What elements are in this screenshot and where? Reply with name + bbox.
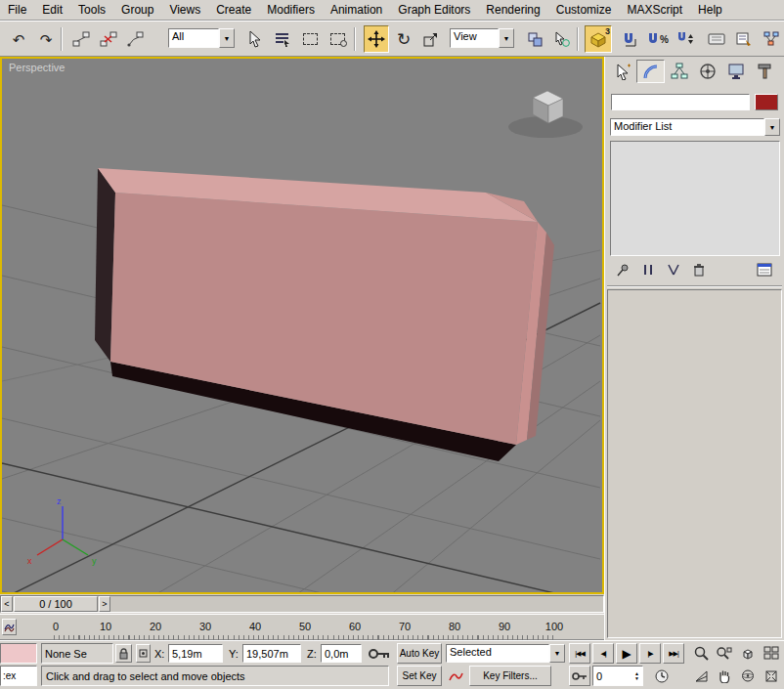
current-frame-field[interactable]: 0 ▲ ▼ (592, 666, 643, 686)
track-bar[interactable]: 0102030405060708090100 (0, 614, 604, 640)
select-by-name-button[interactable] (270, 25, 295, 53)
zoom-button[interactable] (690, 643, 712, 664)
object-color-swatch[interactable] (755, 94, 778, 110)
zoom-extents-button[interactable] (737, 643, 759, 664)
pan-view-button[interactable] (714, 666, 735, 686)
select-and-move-button[interactable] (364, 25, 389, 53)
menu-item-animation[interactable]: Animation (323, 0, 390, 21)
time-configuration-button[interactable] (651, 666, 673, 686)
play-animation-button[interactable]: ▶ (616, 643, 637, 664)
modifier-stack-list[interactable] (610, 141, 780, 256)
time-slider-prev-button[interactable]: < (1, 596, 13, 612)
auto-key-button[interactable]: Auto Key (397, 643, 442, 664)
window-crossing-button[interactable] (325, 25, 350, 53)
perspective-viewport[interactable]: z x y Perspective (0, 57, 604, 594)
chamferbox-object[interactable] (95, 168, 554, 461)
schematic-view-button[interactable] (759, 25, 784, 53)
undo-button[interactable]: ↶ (6, 25, 31, 53)
percent-snap-button[interactable]: % (645, 25, 671, 53)
menu-item-modifiers[interactable]: Modifiers (259, 0, 323, 21)
pin-stack-button[interactable] (612, 260, 633, 280)
viewcube[interactable] (508, 91, 583, 138)
arc-rotate-button[interactable] (737, 666, 759, 686)
keyboard-override-button[interactable] (704, 25, 729, 53)
select-and-scale-button[interactable] (418, 25, 444, 53)
animate-mode-combo[interactable]: Selected ▼ (446, 644, 565, 663)
set-key-button[interactable]: Set Key (397, 666, 442, 686)
goto-end-icon: ▶▶| (669, 650, 678, 658)
key-icon (368, 647, 391, 661)
unlink-selection-button[interactable] (96, 25, 121, 53)
menu-item-customize[interactable]: Customize (548, 0, 620, 21)
menu-item-maxscript[interactable]: MAXScript (619, 0, 690, 21)
time-slider-handle[interactable]: 0 / 100 (14, 596, 98, 612)
menu-item-tools[interactable]: Tools (70, 0, 113, 21)
select-object-button[interactable] (242, 25, 268, 53)
object-name-field[interactable] (611, 94, 750, 110)
mini-listener-pane[interactable]: :ex (0, 666, 37, 686)
tab-modify[interactable] (636, 60, 665, 83)
menu-item-rendering[interactable]: Rendering (478, 0, 547, 21)
selection-lock-button[interactable] (115, 644, 132, 663)
tab-create[interactable] (608, 60, 636, 83)
remove-modifier-button[interactable] (688, 260, 710, 280)
x-coord-field[interactable]: 5,19m (168, 644, 223, 663)
make-unique-button[interactable] (663, 260, 684, 280)
snaps-toggle-button[interactable]: 3 (585, 25, 612, 53)
menu-item-help[interactable]: Help (690, 0, 730, 21)
previous-frame-button[interactable]: ◀| (592, 643, 614, 664)
animate-mode-dropdown-icon[interactable]: ▼ (549, 644, 565, 663)
z-coord-field[interactable]: 0,0m (321, 644, 362, 663)
tab-motion[interactable] (693, 60, 721, 83)
goto-end-button[interactable]: ▶▶| (663, 643, 684, 664)
selection-filter-combo[interactable]: All ▼ (168, 28, 235, 48)
edit-named-selections-button[interactable] (731, 25, 757, 53)
select-and-link-button[interactable] (68, 25, 94, 53)
select-and-rotate-button[interactable]: ↻ (391, 25, 416, 53)
modifier-list-combo[interactable]: Modifier List ▼ (610, 118, 780, 136)
selection-filter-dropdown-icon[interactable]: ▼ (219, 28, 235, 48)
zoom-all-button[interactable] (714, 643, 735, 664)
menu-item-create[interactable]: Create (208, 0, 259, 21)
key-filters-button[interactable]: Key Filters... (469, 666, 551, 686)
menu-item-group[interactable]: Group (113, 0, 161, 21)
absolute-offset-toggle-button[interactable] (136, 644, 151, 663)
frame-spinner[interactable]: ▲ ▼ (634, 671, 639, 681)
new-key-filter-curve-button[interactable] (446, 666, 465, 686)
select-and-manipulate-button[interactable] (549, 25, 575, 53)
rollout-area[interactable] (607, 289, 782, 638)
rectangular-selection-region-button[interactable] (297, 25, 323, 53)
spinner-snap-button[interactable] (673, 25, 698, 53)
tab-utilities[interactable] (750, 60, 778, 83)
spinner-down-icon[interactable]: ▼ (634, 676, 639, 681)
zoom-extents-all-button[interactable] (761, 643, 782, 664)
menu-item-graph-editors[interactable]: Graph Editors (390, 0, 478, 21)
modifier-list-dropdown-icon[interactable]: ▼ (764, 118, 780, 136)
reference-coordsys-dropdown-icon[interactable]: ▼ (499, 28, 514, 48)
field-of-view-button[interactable] (690, 666, 712, 686)
viewport-canvas[interactable]: z x y (2, 59, 602, 592)
ruler-tick: 100 (545, 621, 563, 632)
next-frame-button[interactable]: |▶ (639, 643, 661, 664)
angle-snap-button[interactable] (618, 25, 643, 53)
menu-item-views[interactable]: Views (161, 0, 208, 21)
show-end-result-button[interactable] (637, 260, 659, 280)
tab-display[interactable] (721, 60, 750, 83)
key-mode-toggle-button[interactable] (569, 666, 590, 686)
time-slider-next-button[interactable]: > (99, 596, 110, 612)
redo-button[interactable]: ↷ (33, 25, 59, 53)
tab-hierarchy[interactable] (665, 60, 693, 83)
goto-start-button[interactable]: |◀◀ (569, 643, 590, 664)
menu-item-file[interactable]: File (0, 0, 34, 21)
set-keys-button[interactable] (366, 643, 393, 664)
menu-item-edit[interactable]: Edit (34, 0, 70, 21)
bind-to-spacewarp-button[interactable] (123, 25, 149, 53)
viewport-label[interactable]: Perspective (9, 62, 65, 73)
maximize-viewport-button[interactable] (761, 666, 782, 686)
modifier-list-value: Modifier List (610, 118, 764, 136)
use-center-button[interactable] (522, 25, 547, 53)
reference-coordsys-combo[interactable]: View ▼ (450, 28, 514, 48)
configure-modifier-sets-button[interactable] (753, 260, 776, 280)
macro-recorder-pane[interactable] (0, 643, 37, 664)
y-coord-field[interactable]: 19,507m (242, 644, 301, 663)
